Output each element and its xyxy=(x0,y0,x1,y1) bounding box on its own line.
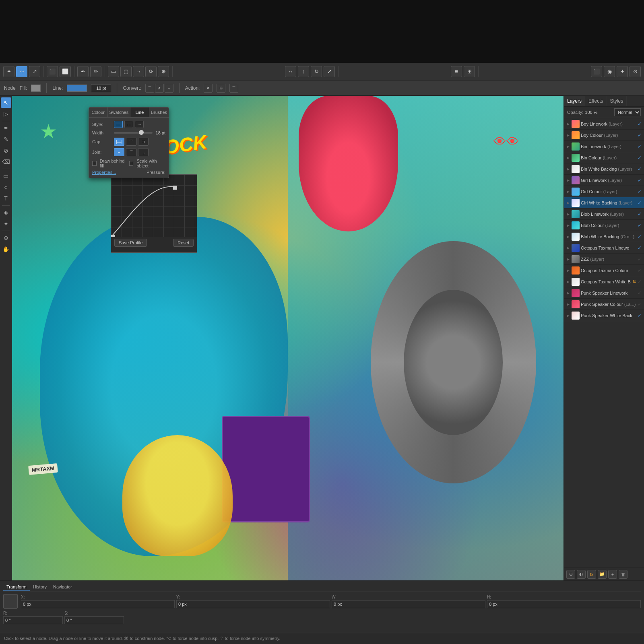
layer-expand-icon[interactable]: ▶ xyxy=(566,313,570,318)
layer-item[interactable]: ▶ Blob Colour (Layer) ✓ xyxy=(564,220,644,231)
layer-item[interactable]: ▶ Blob White Backing (Gro...) ✓ xyxy=(564,231,644,242)
tab-styles[interactable]: Styles xyxy=(607,96,627,106)
brush-icon[interactable]: ✦ xyxy=(617,66,628,77)
layer-expand-icon[interactable]: ▶ xyxy=(566,133,570,138)
pencil-tool[interactable]: ✎ xyxy=(1,134,11,144)
tab-navigator[interactable]: Navigator xyxy=(50,583,75,591)
color-picker-tool[interactable]: ✦ xyxy=(1,219,11,229)
layer-expand-icon[interactable]: ▶ xyxy=(566,246,570,250)
fill-swatch[interactable] xyxy=(31,85,41,92)
tab-brushes[interactable]: Brushes xyxy=(149,107,169,117)
action-btn-2[interactable]: ⊕ xyxy=(217,84,225,93)
layer-expand-icon[interactable]: ▶ xyxy=(566,279,570,284)
layer-expand-icon[interactable]: ▶ xyxy=(566,178,570,183)
layer-visibility-icon[interactable]: ✓ xyxy=(637,223,642,228)
dashed-line-btn[interactable]: ··· xyxy=(135,121,144,128)
cap-butt-btn[interactable]: |—| xyxy=(114,138,124,146)
dotted-line-btn[interactable]: - - xyxy=(124,121,133,128)
join-bevel-btn[interactable]: ⌟ xyxy=(138,148,149,156)
layer-visibility-icon[interactable]: ✓ xyxy=(637,234,642,239)
line-width-input[interactable] xyxy=(91,84,111,92)
properties-link[interactable]: Properties... xyxy=(92,170,116,175)
pencil-icon[interactable]: ✏ xyxy=(90,66,101,77)
layer-visibility-icon[interactable]: ✓ xyxy=(637,313,642,318)
ellipse-tool[interactable]: ○ xyxy=(1,182,11,192)
convert-btn-1[interactable]: ⌒ xyxy=(145,84,154,93)
tab-line[interactable]: Line xyxy=(130,107,149,117)
s-input[interactable] xyxy=(64,616,124,624)
layer-expand-icon[interactable]: ▶ xyxy=(566,257,570,262)
layer-expand-icon[interactable]: ▶ xyxy=(566,234,570,239)
pen-tool[interactable]: ✒ xyxy=(1,123,11,133)
layer-visibility-icon[interactable]: ✓ xyxy=(637,178,642,183)
transform-icon[interactable]: ⟳ xyxy=(145,66,157,77)
flip-h-icon[interactable]: ↔ xyxy=(285,66,296,77)
tab-transform[interactable]: Transform xyxy=(3,583,30,591)
line-color-swatch[interactable] xyxy=(67,85,87,92)
draw-behind-checkbox[interactable] xyxy=(92,161,97,166)
layer-item[interactable]: ▶ Girl Linework (Layer) ✓ xyxy=(564,175,644,186)
layer-visibility-icon[interactable]: ✓ xyxy=(637,279,642,285)
x-input[interactable] xyxy=(21,600,175,608)
save-profile-button[interactable]: Save Profile xyxy=(114,239,147,247)
y-input[interactable] xyxy=(176,600,330,608)
layer-item[interactable]: ▶ Bin Linework (Layer) ✓ xyxy=(564,141,644,152)
scale-icon[interactable]: ⤢ xyxy=(324,66,335,77)
layer-visibility-icon[interactable]: ✓ xyxy=(637,200,642,206)
solid-line-btn[interactable]: — xyxy=(114,121,123,128)
text-tool[interactable]: T xyxy=(1,193,11,204)
rotate-icon[interactable]: ↻ xyxy=(311,66,322,77)
artboard-icon[interactable]: ⬛ xyxy=(47,66,58,77)
brush-tool[interactable]: ⊘ xyxy=(1,145,11,156)
tab-swatches[interactable]: Swatches xyxy=(107,107,130,117)
layer-item[interactable]: ▶ Octopus Taxman Linewo ✓ xyxy=(564,242,644,254)
layer-expand-icon[interactable]: ▶ xyxy=(566,212,570,217)
layer-visibility-icon[interactable]: ✓ xyxy=(637,301,642,307)
cursor-tool[interactable]: ↖ xyxy=(1,97,11,108)
convert-btn-3[interactable]: ⌄ xyxy=(165,84,173,93)
direct-select-tool[interactable]: ▷ xyxy=(1,109,11,119)
layer-expand-icon[interactable]: ▶ xyxy=(566,223,570,228)
layer-expand-icon[interactable]: ▶ xyxy=(566,189,570,194)
layer-expand-icon[interactable]: ▶ xyxy=(566,167,570,171)
cap-square-btn[interactable]: ⊐ xyxy=(138,138,149,146)
layer-item[interactable]: ▶ Octopus Taxman Colour ✓ xyxy=(564,265,644,276)
export-icon[interactable]: ⬜ xyxy=(60,66,71,77)
action-btn-1[interactable]: ✕ xyxy=(204,84,213,93)
layer-visibility-icon[interactable]: ✓ xyxy=(637,166,642,172)
canvas-area[interactable]: ROCK ★ MRTAXM 👁👁 Colour Swatches Line xyxy=(12,96,564,580)
share-icon[interactable]: ↗ xyxy=(29,66,40,77)
square-icon[interactable]: ▭ xyxy=(108,66,119,77)
rect-tool[interactable]: ▭ xyxy=(1,171,11,181)
layer-visibility-icon[interactable]: ✓ xyxy=(637,121,642,127)
node-tool-icon[interactable]: ✦ xyxy=(3,66,14,77)
layer-item[interactable]: ▶ Girl White Backing (Layer) ✓ xyxy=(564,197,644,208)
layer-expand-icon[interactable]: ▶ xyxy=(566,291,570,295)
folder-btn[interactable]: 📁 xyxy=(598,570,607,579)
fill-tool[interactable]: ◈ xyxy=(1,207,11,218)
color-icon[interactable]: ◉ xyxy=(604,66,615,77)
layer-item[interactable]: ▶ Bin White Backing (Layer) ✓ xyxy=(564,163,644,175)
layer-item[interactable]: ▶ Bin Colour (Layer) ✓ xyxy=(564,152,644,163)
layer-visibility-icon[interactable]: ✓ xyxy=(637,132,642,138)
layer-item[interactable]: ▶ Punk Speaker White Back ✓ xyxy=(564,310,644,321)
layer-item[interactable]: ▶ ZZZ (Layer) ✓ xyxy=(564,254,644,265)
delete-layer-btn[interactable]: 🗑 xyxy=(619,570,627,579)
action-btn-3[interactable]: ⌒ xyxy=(229,84,238,93)
layer-visibility-icon[interactable]: ✓ xyxy=(637,189,642,194)
blend-mode-select[interactable]: Normal xyxy=(614,108,641,116)
eraser-tool[interactable]: ⌫ xyxy=(1,157,11,167)
layer-visibility-icon[interactable]: ✓ xyxy=(637,155,642,161)
fx-btn[interactable]: fx xyxy=(587,570,596,579)
distribute-icon[interactable]: ⊞ xyxy=(464,66,475,77)
hand-tool[interactable]: ✋ xyxy=(1,244,11,254)
align-icon[interactable]: ≡ xyxy=(451,66,462,77)
layer-expand-icon[interactable]: ▶ xyxy=(566,144,570,149)
layer-item[interactable]: ▶ Punk Speaker Colour (La...) ✓ xyxy=(564,299,644,310)
layer-item[interactable]: ▶ Boy Colour (Layer) ✓ xyxy=(564,130,644,141)
w-input[interactable] xyxy=(332,600,485,608)
layer-expand-icon[interactable]: ▶ xyxy=(566,122,570,126)
layer-item[interactable]: ▶ Octopus Taxman White B fx ✓ xyxy=(564,276,644,287)
convert-btn-2[interactable]: ∧ xyxy=(155,84,164,93)
rect-icon[interactable]: ▢ xyxy=(120,66,132,77)
